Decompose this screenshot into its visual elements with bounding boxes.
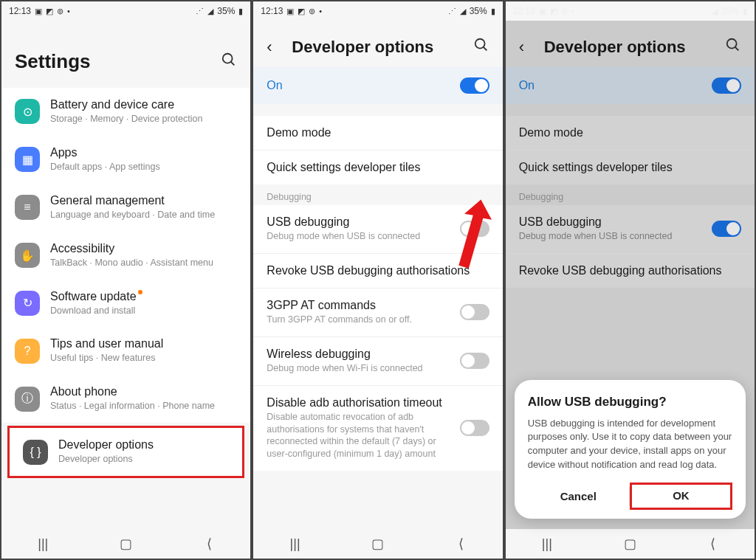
row-wireless-debugging[interactable]: Wireless debugging Debug mode when Wi-Fi… bbox=[253, 337, 502, 386]
general-icon: ≡ bbox=[15, 195, 40, 220]
back-button[interactable]: ⟨ bbox=[695, 536, 732, 552]
search-icon[interactable] bbox=[221, 52, 237, 72]
usb-debugging-toggle[interactable] bbox=[712, 221, 741, 237]
search-icon[interactable] bbox=[473, 37, 489, 57]
status-icon: ⊚ bbox=[561, 7, 568, 16]
row-revoke-usb[interactable]: Revoke USB debugging authorisations bbox=[506, 254, 755, 288]
header: ‹ Developer options bbox=[506, 21, 755, 67]
row-usb-debugging[interactable]: USB debugging Debug mode when USB is con… bbox=[253, 205, 502, 254]
item-subtitle: Storage · Memory · Device protection bbox=[50, 113, 237, 125]
home-button[interactable]: ▢ bbox=[360, 536, 396, 552]
recents-button[interactable]: ||| bbox=[277, 536, 314, 552]
dialog-overlay: Allow USB debugging? USB debugging is in… bbox=[506, 373, 755, 526]
screen-developer-options: 12:13 ▣ ◩ ⊚ • ⋰ ◢ 35% ▮ ‹ Developer opti… bbox=[252, 0, 504, 560]
item-subtitle: Download and install bbox=[50, 305, 237, 317]
status-icon: • bbox=[571, 7, 574, 15]
status-bar: 12:13 ▣ ◩ ⊚ • ⋰ ◢ 35% ▮ bbox=[506, 1, 755, 21]
row-revoke-usb[interactable]: Revoke USB debugging authorisations bbox=[253, 254, 502, 288]
usb-debugging-toggle[interactable] bbox=[460, 221, 489, 237]
svg-point-5 bbox=[727, 39, 737, 49]
settings-item-tips[interactable]: ? Tips and user manual Useful tips · New… bbox=[1, 327, 250, 375]
settings-item-accessibility[interactable]: ✋ Accessibility TalkBack · Mono audio · … bbox=[1, 232, 250, 280]
settings-item-software-update[interactable]: ↻ Software update Download and install bbox=[1, 280, 250, 328]
home-button[interactable]: ▢ bbox=[108, 536, 145, 552]
item-title: About phone bbox=[50, 385, 237, 398]
cancel-button[interactable]: Cancel bbox=[528, 483, 629, 510]
header: Settings bbox=[1, 21, 250, 88]
on-label: On bbox=[267, 79, 449, 92]
row-disable-adb-timeout[interactable]: Disable adb authorisation timeout Disabl… bbox=[253, 386, 502, 471]
nav-bar: ||| ▢ ⟨ bbox=[253, 529, 502, 559]
status-icon: ◩ bbox=[298, 7, 305, 16]
item-subtitle: Debug mode when USB is connected bbox=[267, 230, 449, 243]
recents-button[interactable]: ||| bbox=[529, 536, 566, 552]
developer-on-row[interactable]: On bbox=[506, 67, 755, 104]
back-button[interactable]: ⟨ bbox=[442, 536, 479, 552]
item-subtitle: Disable automatic revocation of adb auth… bbox=[267, 411, 449, 461]
item-title: USB debugging bbox=[519, 215, 701, 229]
screen-usb-debugging-dialog: 12:13 ▣ ◩ ⊚ • ⋰ ◢ 35% ▮ ‹ Developer opti… bbox=[504, 0, 756, 560]
wireless-debugging-toggle[interactable] bbox=[460, 353, 489, 369]
settings-item-developer-options[interactable]: { } Developer options Developer options bbox=[7, 426, 244, 478]
ok-button[interactable]: OK bbox=[630, 483, 732, 510]
item-title: Disable adb authorisation timeout bbox=[267, 396, 449, 409]
item-title: Apps bbox=[50, 146, 237, 159]
battery-icon: ▮ bbox=[491, 7, 495, 16]
status-time: 12:13 bbox=[261, 6, 283, 16]
item-title: Battery and device care bbox=[50, 98, 237, 111]
item-title: Revoke USB debugging authorisations bbox=[519, 264, 741, 277]
item-title: Demo mode bbox=[267, 126, 489, 139]
item-title: Revoke USB debugging authorisations bbox=[267, 264, 489, 277]
item-subtitle: Language and keyboard · Date and time bbox=[50, 209, 237, 221]
developer-on-row[interactable]: On bbox=[253, 67, 502, 104]
svg-line-3 bbox=[483, 47, 487, 51]
page-title: Developer options bbox=[292, 38, 472, 57]
item-title: Software update bbox=[50, 290, 237, 303]
adb-timeout-toggle[interactable] bbox=[460, 420, 489, 436]
settings-item-about[interactable]: ⓘ About phone Status · Legal information… bbox=[1, 375, 250, 423]
home-button[interactable]: ▢ bbox=[611, 536, 648, 552]
status-bar: 12:13 ▣ ◩ ⊚ • ⋰ ◢ 35% ▮ bbox=[1, 1, 250, 21]
developer-toggle[interactable] bbox=[712, 77, 741, 94]
settings-item-general[interactable]: ≡ General management Language and keyboa… bbox=[1, 184, 250, 232]
status-icon: ⊚ bbox=[309, 7, 315, 16]
signal-icon: ◢ bbox=[207, 7, 213, 16]
wifi-icon: ⋰ bbox=[196, 7, 204, 16]
back-icon[interactable]: ‹ bbox=[519, 38, 537, 57]
about-icon: ⓘ bbox=[15, 387, 40, 412]
back-button[interactable]: ⟨ bbox=[190, 536, 227, 552]
item-subtitle: Default apps · App settings bbox=[50, 161, 237, 173]
signal-icon: ◢ bbox=[712, 7, 718, 16]
3gpp-toggle[interactable] bbox=[460, 304, 489, 320]
accessibility-icon: ✋ bbox=[15, 243, 40, 268]
svg-point-2 bbox=[475, 39, 484, 49]
item-subtitle: Debug mode when Wi-Fi is connected bbox=[267, 362, 449, 375]
update-icon: ↻ bbox=[15, 291, 40, 316]
item-title: Quick settings developer tiles bbox=[267, 161, 489, 174]
settings-item-apps[interactable]: ▦ Apps Default apps · App settings bbox=[1, 136, 250, 184]
developer-toggle[interactable] bbox=[460, 77, 489, 94]
nav-bar: ||| ▢ ⟨ bbox=[506, 529, 755, 559]
row-usb-debugging[interactable]: USB debugging Debug mode when USB is con… bbox=[506, 205, 755, 254]
item-title: General management bbox=[50, 194, 237, 207]
row-quick-settings-tiles[interactable]: Quick settings developer tiles bbox=[506, 151, 755, 184]
recents-button[interactable]: ||| bbox=[24, 536, 61, 552]
row-demo-mode[interactable]: Demo mode bbox=[506, 116, 755, 151]
status-time: 12:13 bbox=[513, 6, 535, 16]
settings-item-battery[interactable]: ⊙ Battery and device care Storage · Memo… bbox=[1, 88, 250, 136]
signal-icon: ◢ bbox=[460, 7, 466, 16]
settings-group-2: ≡ General management Language and keyboa… bbox=[1, 184, 250, 423]
item-title: Accessibility bbox=[50, 242, 237, 255]
dialog-body: USB debugging is intended for developmen… bbox=[528, 417, 732, 472]
usb-debugging-dialog: Allow USB debugging? USB debugging is in… bbox=[515, 380, 746, 519]
status-icon: ▣ bbox=[286, 7, 294, 16]
status-icon: ▣ bbox=[539, 7, 546, 16]
svg-line-1 bbox=[231, 62, 235, 66]
row-demo-mode[interactable]: Demo mode bbox=[253, 116, 502, 151]
row-quick-settings-tiles[interactable]: Quick settings developer tiles bbox=[253, 151, 502, 184]
update-badge-icon bbox=[138, 290, 142, 294]
row-3gpp[interactable]: 3GPP AT commands Turn 3GPP AT commands o… bbox=[253, 288, 502, 337]
search-icon[interactable] bbox=[725, 37, 741, 57]
back-icon[interactable]: ‹ bbox=[267, 38, 284, 57]
wifi-icon: ⋰ bbox=[700, 7, 708, 16]
